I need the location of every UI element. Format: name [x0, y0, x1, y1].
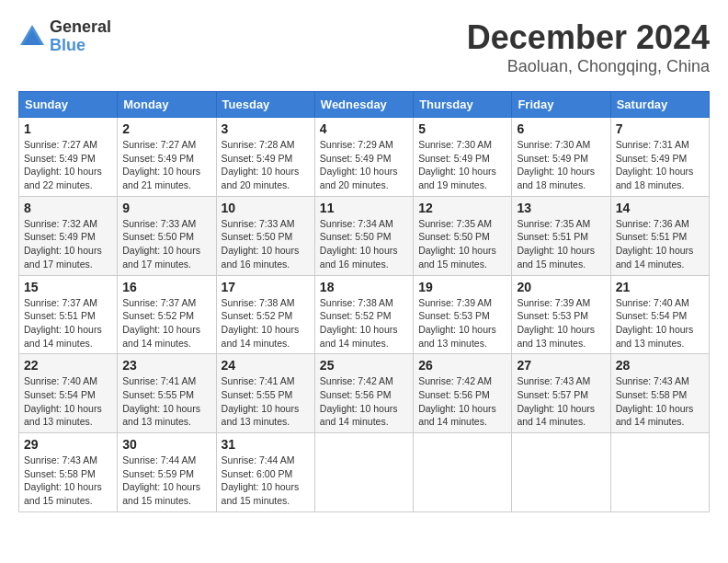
table-row: 9Sunrise: 7:33 AMSunset: 5:50 PMDaylight… — [118, 196, 216, 275]
table-row: 30Sunrise: 7:44 AMSunset: 5:59 PMDayligh… — [118, 433, 216, 512]
table-row: 15Sunrise: 7:37 AMSunset: 5:51 PMDayligh… — [19, 275, 118, 354]
header-sunday: Sunday — [19, 92, 118, 118]
table-row: 2Sunrise: 7:27 AMSunset: 5:49 PMDaylight… — [118, 118, 216, 197]
table-row: 28Sunrise: 7:43 AMSunset: 5:58 PMDayligh… — [610, 354, 709, 433]
table-row: 13Sunrise: 7:35 AMSunset: 5:51 PMDayligh… — [512, 196, 610, 275]
table-row: 20Sunrise: 7:39 AMSunset: 5:53 PMDayligh… — [512, 275, 610, 354]
table-row: 7Sunrise: 7:31 AMSunset: 5:49 PMDaylight… — [610, 118, 709, 197]
table-row: 19Sunrise: 7:39 AMSunset: 5:53 PMDayligh… — [414, 275, 512, 354]
header-monday: Monday — [118, 92, 216, 118]
logo-general: General — [50, 17, 111, 36]
location-title: Baoluan, Chongqing, China — [467, 57, 710, 76]
table-row: 10Sunrise: 7:33 AMSunset: 5:50 PMDayligh… — [216, 196, 314, 275]
table-row: 17Sunrise: 7:38 AMSunset: 5:52 PMDayligh… — [216, 275, 314, 354]
table-row: 26Sunrise: 7:42 AMSunset: 5:56 PMDayligh… — [414, 354, 512, 433]
table-row: 11Sunrise: 7:34 AMSunset: 5:50 PMDayligh… — [314, 196, 413, 275]
header: General Blue December 2024 Baoluan, Chon… — [18, 18, 710, 76]
table-row: 18Sunrise: 7:38 AMSunset: 5:52 PMDayligh… — [314, 275, 413, 354]
header-thursday: Thursday — [414, 92, 512, 118]
table-row — [610, 433, 709, 512]
table-row — [414, 433, 512, 512]
table-row — [512, 433, 610, 512]
month-title: December 2024 — [467, 18, 710, 57]
week-row: 22Sunrise: 7:40 AMSunset: 5:54 PMDayligh… — [19, 354, 710, 433]
table-row: 8Sunrise: 7:32 AMSunset: 5:49 PMDaylight… — [19, 196, 118, 275]
header-wednesday: Wednesday — [314, 92, 413, 118]
table-row: 14Sunrise: 7:36 AMSunset: 5:51 PMDayligh… — [610, 196, 709, 275]
table-row — [314, 433, 413, 512]
header-tuesday: Tuesday — [216, 92, 314, 118]
table-row: 1Sunrise: 7:27 AMSunset: 5:49 PMDaylight… — [19, 118, 118, 197]
table-row: 31Sunrise: 7:44 AMSunset: 6:00 PMDayligh… — [216, 433, 314, 512]
title-area: December 2024 Baoluan, Chongqing, China — [467, 18, 710, 76]
header-saturday: Saturday — [610, 92, 709, 118]
header-friday: Friday — [512, 92, 610, 118]
week-row: 15Sunrise: 7:37 AMSunset: 5:51 PMDayligh… — [19, 275, 710, 354]
week-row: 29Sunrise: 7:43 AMSunset: 5:58 PMDayligh… — [19, 433, 710, 512]
table-row: 24Sunrise: 7:41 AMSunset: 5:55 PMDayligh… — [216, 354, 314, 433]
table-row: 16Sunrise: 7:37 AMSunset: 5:52 PMDayligh… — [118, 275, 216, 354]
table-row: 5Sunrise: 7:30 AMSunset: 5:49 PMDaylight… — [414, 118, 512, 197]
table-row: 25Sunrise: 7:42 AMSunset: 5:56 PMDayligh… — [314, 354, 413, 433]
logo: General Blue — [18, 18, 111, 55]
calendar-table: Sunday Monday Tuesday Wednesday Thursday… — [18, 91, 710, 512]
header-row: Sunday Monday Tuesday Wednesday Thursday… — [19, 92, 710, 118]
week-row: 8Sunrise: 7:32 AMSunset: 5:49 PMDaylight… — [19, 196, 710, 275]
table-row: 21Sunrise: 7:40 AMSunset: 5:54 PMDayligh… — [610, 275, 709, 354]
table-row: 3Sunrise: 7:28 AMSunset: 5:49 PMDaylight… — [216, 118, 314, 197]
table-row: 6Sunrise: 7:30 AMSunset: 5:49 PMDaylight… — [512, 118, 610, 197]
table-row: 27Sunrise: 7:43 AMSunset: 5:57 PMDayligh… — [512, 354, 610, 433]
week-row: 1Sunrise: 7:27 AMSunset: 5:49 PMDaylight… — [19, 118, 710, 197]
table-row: 29Sunrise: 7:43 AMSunset: 5:58 PMDayligh… — [19, 433, 118, 512]
table-row: 22Sunrise: 7:40 AMSunset: 5:54 PMDayligh… — [19, 354, 118, 433]
table-row: 4Sunrise: 7:29 AMSunset: 5:49 PMDaylight… — [314, 118, 413, 197]
logo-icon — [18, 23, 46, 51]
table-row: 23Sunrise: 7:41 AMSunset: 5:55 PMDayligh… — [118, 354, 216, 433]
logo-blue: Blue — [50, 36, 85, 54]
table-row: 12Sunrise: 7:35 AMSunset: 5:50 PMDayligh… — [414, 196, 512, 275]
